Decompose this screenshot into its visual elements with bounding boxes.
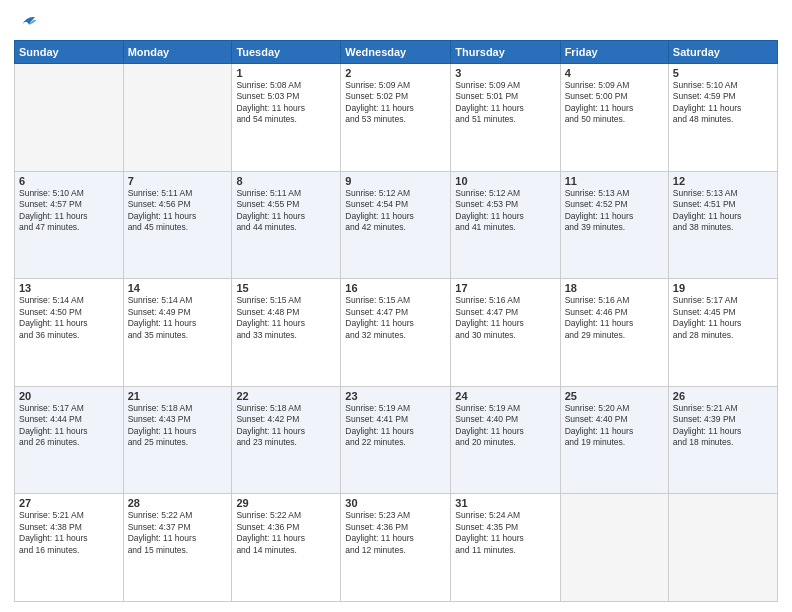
day-detail: Sunrise: 5:09 AM Sunset: 5:00 PM Dayligh… [565, 80, 664, 126]
day-detail: Sunrise: 5:22 AM Sunset: 4:36 PM Dayligh… [236, 510, 336, 556]
calendar-day: 16Sunrise: 5:15 AM Sunset: 4:47 PM Dayli… [341, 279, 451, 387]
day-number: 2 [345, 67, 446, 79]
calendar-header-sunday: Sunday [15, 41, 124, 64]
calendar-day: 24Sunrise: 5:19 AM Sunset: 4:40 PM Dayli… [451, 386, 560, 494]
calendar-day: 15Sunrise: 5:15 AM Sunset: 4:48 PM Dayli… [232, 279, 341, 387]
day-number: 21 [128, 390, 228, 402]
calendar-day [560, 494, 668, 602]
day-detail: Sunrise: 5:09 AM Sunset: 5:02 PM Dayligh… [345, 80, 446, 126]
day-detail: Sunrise: 5:13 AM Sunset: 4:52 PM Dayligh… [565, 188, 664, 234]
calendar-week-2: 6Sunrise: 5:10 AM Sunset: 4:57 PM Daylig… [15, 171, 778, 279]
calendar-day: 1Sunrise: 5:08 AM Sunset: 5:03 PM Daylig… [232, 64, 341, 172]
day-detail: Sunrise: 5:15 AM Sunset: 4:48 PM Dayligh… [236, 295, 336, 341]
calendar-day: 8Sunrise: 5:11 AM Sunset: 4:55 PM Daylig… [232, 171, 341, 279]
day-detail: Sunrise: 5:19 AM Sunset: 4:41 PM Dayligh… [345, 403, 446, 449]
logo-text [14, 10, 38, 32]
calendar-day: 4Sunrise: 5:09 AM Sunset: 5:00 PM Daylig… [560, 64, 668, 172]
calendar-day: 28Sunrise: 5:22 AM Sunset: 4:37 PM Dayli… [123, 494, 232, 602]
day-detail: Sunrise: 5:17 AM Sunset: 4:44 PM Dayligh… [19, 403, 119, 449]
day-number: 1 [236, 67, 336, 79]
day-detail: Sunrise: 5:14 AM Sunset: 4:50 PM Dayligh… [19, 295, 119, 341]
calendar-day: 5Sunrise: 5:10 AM Sunset: 4:59 PM Daylig… [668, 64, 777, 172]
day-detail: Sunrise: 5:08 AM Sunset: 5:03 PM Dayligh… [236, 80, 336, 126]
day-detail: Sunrise: 5:13 AM Sunset: 4:51 PM Dayligh… [673, 188, 773, 234]
day-number: 24 [455, 390, 555, 402]
day-detail: Sunrise: 5:11 AM Sunset: 4:55 PM Dayligh… [236, 188, 336, 234]
calendar-header-thursday: Thursday [451, 41, 560, 64]
calendar-header-row: SundayMondayTuesdayWednesdayThursdayFrid… [15, 41, 778, 64]
calendar-day [668, 494, 777, 602]
day-detail: Sunrise: 5:10 AM Sunset: 4:57 PM Dayligh… [19, 188, 119, 234]
day-number: 15 [236, 282, 336, 294]
day-detail: Sunrise: 5:19 AM Sunset: 4:40 PM Dayligh… [455, 403, 555, 449]
day-number: 11 [565, 175, 664, 187]
calendar-day: 27Sunrise: 5:21 AM Sunset: 4:38 PM Dayli… [15, 494, 124, 602]
calendar-day: 14Sunrise: 5:14 AM Sunset: 4:49 PM Dayli… [123, 279, 232, 387]
calendar-day: 18Sunrise: 5:16 AM Sunset: 4:46 PM Dayli… [560, 279, 668, 387]
day-detail: Sunrise: 5:20 AM Sunset: 4:40 PM Dayligh… [565, 403, 664, 449]
calendar-week-5: 27Sunrise: 5:21 AM Sunset: 4:38 PM Dayli… [15, 494, 778, 602]
calendar-day: 10Sunrise: 5:12 AM Sunset: 4:53 PM Dayli… [451, 171, 560, 279]
calendar-day: 26Sunrise: 5:21 AM Sunset: 4:39 PM Dayli… [668, 386, 777, 494]
page-container: SundayMondayTuesdayWednesdayThursdayFrid… [0, 0, 792, 612]
day-detail: Sunrise: 5:09 AM Sunset: 5:01 PM Dayligh… [455, 80, 555, 126]
calendar-header-saturday: Saturday [668, 41, 777, 64]
calendar-day: 19Sunrise: 5:17 AM Sunset: 4:45 PM Dayli… [668, 279, 777, 387]
day-number: 7 [128, 175, 228, 187]
calendar-day: 22Sunrise: 5:18 AM Sunset: 4:42 PM Dayli… [232, 386, 341, 494]
day-detail: Sunrise: 5:21 AM Sunset: 4:39 PM Dayligh… [673, 403, 773, 449]
calendar-day: 13Sunrise: 5:14 AM Sunset: 4:50 PM Dayli… [15, 279, 124, 387]
logo-bird-icon [16, 10, 38, 32]
day-number: 23 [345, 390, 446, 402]
calendar-day: 12Sunrise: 5:13 AM Sunset: 4:51 PM Dayli… [668, 171, 777, 279]
day-number: 5 [673, 67, 773, 79]
calendar-header-friday: Friday [560, 41, 668, 64]
calendar-week-4: 20Sunrise: 5:17 AM Sunset: 4:44 PM Dayli… [15, 386, 778, 494]
day-number: 8 [236, 175, 336, 187]
day-number: 4 [565, 67, 664, 79]
logo [14, 10, 38, 32]
calendar-table: SundayMondayTuesdayWednesdayThursdayFrid… [14, 40, 778, 602]
calendar-week-1: 1Sunrise: 5:08 AM Sunset: 5:03 PM Daylig… [15, 64, 778, 172]
calendar-day: 31Sunrise: 5:24 AM Sunset: 4:35 PM Dayli… [451, 494, 560, 602]
day-number: 29 [236, 497, 336, 509]
calendar-day: 11Sunrise: 5:13 AM Sunset: 4:52 PM Dayli… [560, 171, 668, 279]
day-number: 22 [236, 390, 336, 402]
day-detail: Sunrise: 5:15 AM Sunset: 4:47 PM Dayligh… [345, 295, 446, 341]
day-detail: Sunrise: 5:12 AM Sunset: 4:53 PM Dayligh… [455, 188, 555, 234]
day-detail: Sunrise: 5:11 AM Sunset: 4:56 PM Dayligh… [128, 188, 228, 234]
day-number: 17 [455, 282, 555, 294]
calendar-day: 2Sunrise: 5:09 AM Sunset: 5:02 PM Daylig… [341, 64, 451, 172]
calendar-day: 21Sunrise: 5:18 AM Sunset: 4:43 PM Dayli… [123, 386, 232, 494]
day-detail: Sunrise: 5:24 AM Sunset: 4:35 PM Dayligh… [455, 510, 555, 556]
day-detail: Sunrise: 5:18 AM Sunset: 4:43 PM Dayligh… [128, 403, 228, 449]
day-detail: Sunrise: 5:18 AM Sunset: 4:42 PM Dayligh… [236, 403, 336, 449]
calendar-day: 30Sunrise: 5:23 AM Sunset: 4:36 PM Dayli… [341, 494, 451, 602]
day-number: 18 [565, 282, 664, 294]
day-number: 31 [455, 497, 555, 509]
day-detail: Sunrise: 5:14 AM Sunset: 4:49 PM Dayligh… [128, 295, 228, 341]
calendar-header-wednesday: Wednesday [341, 41, 451, 64]
calendar-day: 3Sunrise: 5:09 AM Sunset: 5:01 PM Daylig… [451, 64, 560, 172]
day-detail: Sunrise: 5:17 AM Sunset: 4:45 PM Dayligh… [673, 295, 773, 341]
day-number: 10 [455, 175, 555, 187]
calendar-day: 23Sunrise: 5:19 AM Sunset: 4:41 PM Dayli… [341, 386, 451, 494]
day-number: 19 [673, 282, 773, 294]
day-number: 25 [565, 390, 664, 402]
calendar-header-monday: Monday [123, 41, 232, 64]
calendar-header-tuesday: Tuesday [232, 41, 341, 64]
calendar-day: 25Sunrise: 5:20 AM Sunset: 4:40 PM Dayli… [560, 386, 668, 494]
day-number: 30 [345, 497, 446, 509]
day-number: 16 [345, 282, 446, 294]
calendar-week-3: 13Sunrise: 5:14 AM Sunset: 4:50 PM Dayli… [15, 279, 778, 387]
calendar-day: 7Sunrise: 5:11 AM Sunset: 4:56 PM Daylig… [123, 171, 232, 279]
day-number: 28 [128, 497, 228, 509]
day-number: 26 [673, 390, 773, 402]
day-number: 12 [673, 175, 773, 187]
calendar-day: 20Sunrise: 5:17 AM Sunset: 4:44 PM Dayli… [15, 386, 124, 494]
calendar-day: 17Sunrise: 5:16 AM Sunset: 4:47 PM Dayli… [451, 279, 560, 387]
day-number: 20 [19, 390, 119, 402]
calendar-day: 9Sunrise: 5:12 AM Sunset: 4:54 PM Daylig… [341, 171, 451, 279]
calendar-day [123, 64, 232, 172]
day-number: 27 [19, 497, 119, 509]
